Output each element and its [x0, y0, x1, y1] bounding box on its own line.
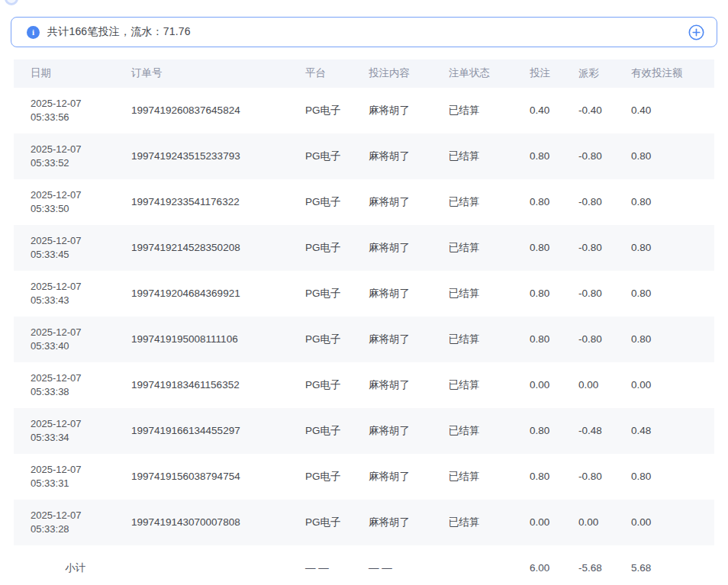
subtotal-valid-bet: 5.68 — [631, 561, 714, 575]
date-text: 2025-12-07 — [31, 509, 131, 522]
column-header-payout: 派彩 — [578, 66, 631, 80]
cell-payout: -0.80 — [578, 333, 631, 346]
summary-bar: i 共计166笔投注，流水：71.76 — [11, 17, 717, 47]
cell-status: 已结算 — [449, 333, 530, 346]
table-row: 2025-12-07 05:33:40 1997419195008111106 … — [14, 317, 714, 362]
table-row: 2025-12-07 05:33:31 1997419156038794754 … — [14, 454, 714, 500]
subtotal-row: 小计 — — — — 6.00 -5.68 5.68 — [14, 545, 714, 585]
date-text: 2025-12-07 — [31, 97, 131, 111]
cell-bet: 0.80 — [530, 470, 578, 484]
bet-records-page: i 共计166笔投注，流水：71.76 日期 订单号 平台 投注内容 注单状态 … — [0, 0, 728, 585]
cell-order-no: 1997419260837645824 — [131, 104, 305, 117]
column-header-status: 注单状态 — [449, 66, 530, 80]
cell-date: 2025-12-07 05:33:31 — [14, 463, 131, 490]
cell-platform: PG电子 — [305, 470, 369, 484]
table-body: 2025-12-07 05:33:56 1997419260837645824 … — [14, 88, 714, 545]
cell-content: 麻将胡了 — [369, 378, 449, 392]
cell-content: 麻将胡了 — [369, 195, 449, 209]
cell-date: 2025-12-07 05:33:50 — [14, 188, 131, 216]
subtotal-content: — — — [369, 561, 449, 575]
cell-payout: -0.80 — [578, 241, 631, 255]
time-text: 05:33:38 — [31, 385, 131, 399]
cell-bet: 0.80 — [530, 241, 578, 255]
cell-date: 2025-12-07 05:33:43 — [14, 280, 131, 307]
cell-date: 2025-12-07 05:33:34 — [14, 417, 131, 445]
cell-platform: PG电子 — [305, 104, 369, 117]
cell-content: 麻将胡了 — [369, 470, 449, 484]
date-text: 2025-12-07 — [31, 326, 131, 339]
time-text: 05:33:28 — [31, 522, 131, 536]
cell-payout: 0.00 — [578, 516, 631, 529]
cell-platform: PG电子 — [305, 241, 369, 255]
summary-text: 共计166笔投注，流水：71.76 — [47, 25, 191, 39]
cell-status: 已结算 — [449, 424, 530, 438]
cell-bet: 0.80 — [530, 149, 578, 163]
cell-valid-bet: 0.40 — [631, 104, 714, 117]
cell-payout: -0.48 — [578, 424, 631, 438]
cell-content: 麻将胡了 — [369, 149, 449, 163]
cell-date: 2025-12-07 05:33:40 — [14, 326, 131, 353]
cell-order-no: 1997419156038794754 — [131, 470, 305, 484]
circle-plus-icon[interactable] — [688, 24, 704, 40]
cell-payout: 0.00 — [578, 378, 631, 392]
cell-order-no: 1997419204684369921 — [131, 287, 305, 301]
cell-status: 已结算 — [449, 378, 530, 392]
cell-platform: PG电子 — [305, 378, 369, 392]
cell-date: 2025-12-07 05:33:56 — [14, 97, 131, 124]
column-header-order-no: 订单号 — [131, 66, 305, 80]
column-header-valid-bet: 有效投注额 — [631, 66, 714, 80]
subtotal-label: 小计 — [14, 561, 131, 575]
date-text: 2025-12-07 — [31, 463, 131, 477]
column-header-bet: 投注 — [530, 66, 578, 80]
time-text: 05:33:43 — [31, 294, 131, 307]
table-row: 2025-12-07 05:33:56 1997419260837645824 … — [14, 88, 714, 133]
cell-bet: 0.00 — [530, 516, 578, 529]
cell-date: 2025-12-07 05:33:52 — [14, 143, 131, 170]
cell-content: 麻将胡了 — [369, 424, 449, 438]
column-header-content: 投注内容 — [369, 66, 449, 80]
cell-content: 麻将胡了 — [369, 516, 449, 529]
cell-valid-bet: 0.80 — [631, 195, 714, 209]
cell-date: 2025-12-07 05:33:38 — [14, 371, 131, 399]
cell-status: 已结算 — [449, 104, 530, 117]
cell-payout: -0.40 — [578, 104, 631, 117]
bet-records-table: 日期 订单号 平台 投注内容 注单状态 投注 派彩 有效投注额 2025-12-… — [14, 59, 714, 585]
cell-valid-bet: 0.80 — [631, 333, 714, 346]
cell-order-no: 1997419183461156352 — [131, 378, 305, 392]
cell-content: 麻将胡了 — [369, 287, 449, 301]
cell-order-no: 1997419195008111106 — [131, 333, 305, 346]
cell-bet: 0.40 — [530, 104, 578, 117]
cell-date: 2025-12-07 05:33:45 — [14, 234, 131, 262]
table-row: 2025-12-07 05:33:43 1997419204684369921 … — [14, 271, 714, 317]
cell-bet: 0.80 — [530, 287, 578, 301]
table-row: 2025-12-07 05:33:38 1997419183461156352 … — [14, 362, 714, 408]
cell-status: 已结算 — [449, 241, 530, 255]
cell-status: 已结算 — [449, 516, 530, 529]
cell-bet: 0.80 — [530, 424, 578, 438]
subtotal-payout: -5.68 — [578, 561, 631, 575]
date-text: 2025-12-07 — [31, 234, 131, 248]
cell-payout: -0.80 — [578, 195, 631, 209]
time-text: 05:33:52 — [31, 156, 131, 170]
cell-bet: 0.00 — [530, 378, 578, 392]
cell-payout: -0.80 — [578, 149, 631, 163]
cell-status: 已结算 — [449, 195, 530, 209]
time-text: 05:33:45 — [31, 248, 131, 262]
table-row: 2025-12-07 05:33:52 1997419243515233793 … — [14, 133, 714, 179]
date-text: 2025-12-07 — [31, 417, 131, 431]
table-row: 2025-12-07 05:33:34 1997419166134455297 … — [14, 408, 714, 454]
table-row: 2025-12-07 05:33:45 1997419214528350208 … — [14, 225, 714, 271]
cell-order-no: 1997419143070007808 — [131, 516, 305, 529]
cell-bet: 0.80 — [530, 333, 578, 346]
cell-valid-bet: 0.00 — [631, 378, 714, 392]
time-text: 05:33:56 — [31, 111, 131, 124]
subtotal-platform: — — — [305, 561, 369, 575]
subtotal-bet: 6.00 — [530, 561, 578, 575]
date-text: 2025-12-07 — [31, 188, 131, 202]
date-text: 2025-12-07 — [31, 280, 131, 294]
time-text: 05:33:40 — [31, 339, 131, 353]
time-text: 05:33:50 — [31, 202, 131, 216]
info-icon: i — [27, 26, 40, 39]
column-header-platform: 平台 — [305, 66, 369, 80]
table-row: 2025-12-07 05:33:50 1997419233541176322 … — [14, 179, 714, 225]
